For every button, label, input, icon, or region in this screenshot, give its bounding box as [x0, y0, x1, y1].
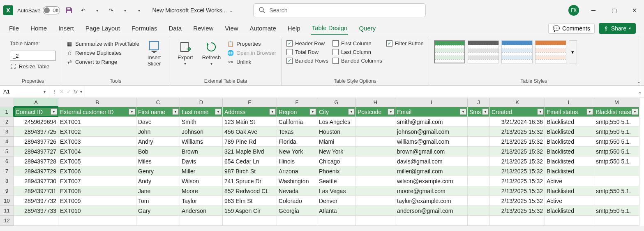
data-cell[interactable]: Brown	[180, 147, 223, 156]
row-header[interactable]: 7	[0, 166, 14, 176]
data-cell[interactable]: 2/13/2025 15:32	[490, 156, 545, 166]
tab-help[interactable]: Help	[287, 22, 301, 34]
data-cell[interactable]	[468, 166, 490, 176]
banded-rows-checkbox[interactable]: Banded Rows	[286, 58, 328, 64]
table-header-cell[interactable]: Region▼	[277, 107, 317, 117]
total-row-checkbox[interactable]: Total Row	[286, 49, 319, 55]
data-cell[interactable]: 3/21/2024 16:36	[490, 117, 545, 127]
data-cell[interactable]: 2894397732	[14, 196, 58, 206]
column-header[interactable]: M	[594, 98, 639, 107]
table-header-cell[interactable]: Blacklist reaso▼	[594, 107, 639, 117]
resize-table-button[interactable]: ⛶ Resize Table	[10, 63, 49, 70]
unlink-button[interactable]: ⚯Unlink	[227, 58, 251, 65]
data-cell[interactable]: 2/13/2025 15:32	[490, 206, 545, 216]
close-button[interactable]: ✕	[628, 4, 641, 16]
table-style-thumb[interactable]	[501, 40, 533, 63]
data-cell[interactable]: smtp;550 5.1.	[594, 137, 639, 147]
autosave-toggle[interactable]: Off	[43, 6, 60, 14]
data-cell[interactable]: EXT009	[58, 196, 136, 206]
table-header-cell[interactable]: City▼	[317, 107, 356, 117]
fx-icon[interactable]: fx	[74, 89, 78, 95]
data-cell[interactable]: johnson@gmail.com	[395, 127, 468, 137]
table-header-cell[interactable]: Address▼	[223, 107, 277, 117]
data-cell[interactable]	[468, 206, 490, 216]
data-cell[interactable]: 321 Maple Blvd	[223, 147, 277, 156]
redo-icon[interactable]: ↷	[106, 5, 116, 15]
data-cell[interactable]: Johnson	[180, 127, 223, 137]
data-cell[interactable]: brown@gmail.com	[395, 147, 468, 156]
last-column-checkbox[interactable]: Last Column	[332, 49, 371, 55]
column-header[interactable]: D	[180, 98, 223, 107]
data-cell[interactable]: 123 Main St	[223, 117, 277, 127]
data-cell[interactable]: 2894397729	[14, 166, 58, 176]
table-style-thumb[interactable]	[535, 40, 566, 63]
table-style-thumb[interactable]	[434, 40, 465, 63]
column-header[interactable]: C	[136, 98, 180, 107]
table-header-cell[interactable]: Email▼	[395, 107, 468, 117]
data-cell[interactable]: EXT001	[58, 117, 136, 127]
filter-dropdown-icon[interactable]: ▼	[215, 108, 222, 115]
data-cell[interactable]: 2894397727	[14, 147, 58, 156]
row-header[interactable]: 1	[0, 107, 14, 117]
table-header-cell[interactable]: External customer ID▼	[58, 107, 136, 117]
column-header[interactable]: H	[356, 98, 395, 107]
data-cell[interactable]: Miller	[180, 166, 223, 176]
table-header-cell[interactable]: First name▼	[136, 107, 180, 117]
data-cell[interactable]: Atlanta	[317, 206, 356, 216]
data-cell[interactable]: Miles	[136, 156, 180, 166]
data-cell[interactable]: Dave	[136, 117, 180, 127]
data-cell[interactable]	[594, 176, 639, 186]
row-header[interactable]: 3	[0, 127, 14, 137]
data-cell[interactable]: 2894397733	[14, 206, 58, 216]
data-cell[interactable]: smtp;550 5.1.	[594, 127, 639, 137]
data-cell[interactable]: EXT005	[58, 156, 136, 166]
empty-cell[interactable]	[223, 216, 277, 226]
ribbon-collapse-button[interactable]: ⌄	[637, 79, 641, 84]
data-cell[interactable]: Anderson	[180, 206, 223, 216]
data-cell[interactable]: wilson@example.com	[395, 176, 468, 186]
refresh-button[interactable]: Refresh▾	[200, 40, 224, 66]
comments-button[interactable]: 💬 Comments	[548, 23, 595, 34]
filter-dropdown-icon[interactable]: ▼	[460, 108, 466, 115]
maximize-button[interactable]: ▢	[608, 4, 620, 16]
banded-columns-checkbox[interactable]: Banded Columns	[332, 58, 382, 64]
data-cell[interactable]: Blacklisted	[545, 137, 594, 147]
data-cell[interactable]: Andry	[136, 137, 180, 147]
data-cell[interactable]	[468, 156, 490, 166]
data-cell[interactable]: 741 Spruce Dr	[223, 176, 277, 186]
table-header-cell[interactable]: Email status▼	[545, 107, 594, 117]
data-cell[interactable]: 963 Elm St	[223, 196, 277, 206]
data-cell[interactable]: Gary	[136, 206, 180, 216]
user-avatar[interactable]: ГК	[568, 5, 579, 16]
data-cell[interactable]: Andy	[136, 176, 180, 186]
data-cell[interactable]: davis@gmail.com	[395, 156, 468, 166]
data-cell[interactable]: New York	[277, 147, 317, 156]
data-cell[interactable]: Seattle	[317, 176, 356, 186]
tab-view[interactable]: View	[224, 22, 239, 34]
remove-duplicates-button[interactable]: ⎌Remove Duplicates	[66, 49, 122, 56]
data-cell[interactable]: smtp;550 5.1.	[594, 147, 639, 156]
data-cell[interactable]: Blacklisted	[545, 166, 594, 176]
column-header[interactable]: A	[14, 98, 58, 107]
column-header[interactable]: G	[317, 98, 356, 107]
empty-cell[interactable]	[180, 216, 223, 226]
data-cell[interactable]: John	[136, 127, 180, 137]
data-cell[interactable]: miller@gmail.com	[395, 166, 468, 176]
data-cell[interactable]: 987 Birch St	[223, 166, 277, 176]
data-cell[interactable]	[468, 137, 490, 147]
filter-dropdown-icon[interactable]: ▼	[586, 108, 593, 115]
data-cell[interactable]: 2/13/2025 15:32	[490, 196, 545, 206]
data-cell[interactable]: smtp;550 5.1.	[594, 206, 639, 216]
tab-home[interactable]: Home	[30, 22, 48, 34]
column-header[interactable]: E	[223, 98, 277, 107]
data-cell[interactable]	[468, 196, 490, 206]
empty-cell[interactable]	[468, 216, 490, 226]
data-cell[interactable]	[468, 176, 490, 186]
data-cell[interactable]: Active	[545, 176, 594, 186]
share-button[interactable]: ⇪ Share ▾	[599, 23, 636, 34]
tab-table-design[interactable]: Table Design	[311, 22, 349, 35]
data-cell[interactable]: 2/13/2025 15:32	[490, 147, 545, 156]
search-input[interactable]	[269, 7, 420, 14]
table-style-thumb[interactable]	[468, 40, 499, 63]
document-title[interactable]: New Microsoft Excel Works... ⌄	[152, 7, 233, 14]
